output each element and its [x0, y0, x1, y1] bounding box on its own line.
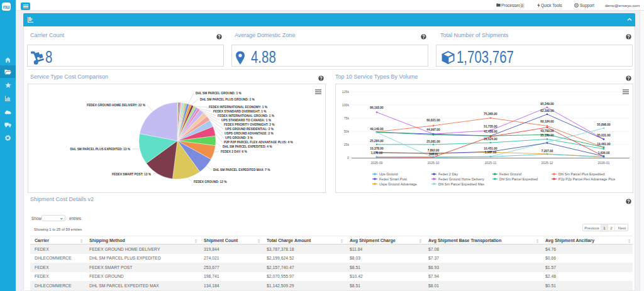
svg-text:100k: 100k — [342, 103, 350, 107]
svg-text:2025-11: 2025-11 — [485, 161, 497, 165]
svg-text:25,081.00: 25,081.00 — [426, 140, 440, 143]
svg-text:DHL SM PARCEL EXPEDITED: 4 %: DHL SM PARCEL EXPEDITED: 4 % — [223, 145, 272, 148]
svg-text:35,199.00: 35,199.00 — [540, 134, 554, 137]
svg-text:FEDEX 2 DAY: 6 %: FEDEX 2 DAY: 6 % — [221, 150, 248, 153]
svg-text:75k: 75k — [344, 116, 350, 120]
svg-text:FEDEX INTERNATIONAL GROUND: 1: FEDEX INTERNATIONAL GROUND: 1 % — [218, 114, 275, 118]
svg-text:49,140.00: 49,140.00 — [370, 128, 384, 131]
svg-text:Fedex 2 Day: Fedex 2 Day — [438, 172, 458, 176]
svg-text:86,193.00: 86,193.00 — [370, 106, 384, 109]
svg-text:P2P P2P PARCEL FLEX ADVANTAGE: P2P P2P PARCEL FLEX ADVANTAGE PLUS: 4 % — [224, 141, 293, 144]
svg-text:2025-10: 2025-10 — [427, 161, 439, 165]
svg-text:7,892.00: 7,892.00 — [428, 149, 440, 152]
svg-text:Fedex Ground: Fedex Ground — [499, 172, 521, 176]
svg-text:1,967.00: 1,967.00 — [485, 151, 497, 154]
svg-text:44,997.00: 44,997.00 — [426, 128, 440, 131]
svg-text:Ups Ground: Ups Ground — [379, 172, 398, 176]
svg-text:FEDEX STANDARD OVERNIGHT: 1 %: FEDEX STANDARD OVERNIGHT: 1 % — [213, 110, 267, 113]
svg-text:DHL SM PARCEL PLUS GROUND: 1 %: DHL SM PARCEL PLUS GROUND: 1 % — [200, 98, 255, 101]
svg-text:19,461.00: 19,461.00 — [597, 143, 611, 146]
svg-text:DHL SM PARCEL EXPEDITED MAX: 7: DHL SM PARCEL EXPEDITED MAX: 7 % — [213, 168, 270, 172]
svg-text:41,458.00: 41,458.00 — [484, 130, 497, 133]
svg-text:Usps Ground Advantage: Usps Ground Advantage — [379, 182, 417, 186]
svg-text:399.00: 399.00 — [429, 153, 438, 156]
svg-text:FEDEX SMART POST: 13 %: FEDEX SMART POST: 13 % — [112, 173, 152, 176]
svg-text:25k: 25k — [344, 143, 350, 146]
svg-text:60,821.00: 60,821.00 — [426, 119, 440, 122]
svg-text:43,783.00: 43,783.00 — [540, 129, 554, 133]
svg-text:82,390.00: 82,390.00 — [540, 109, 554, 113]
svg-text:50k: 50k — [344, 129, 350, 133]
svg-text:P2p P2p Parcel Flex Advantage: P2p P2p Parcel Flex Advantage Plus — [558, 177, 615, 181]
svg-text:Fedex Ground Home Delivery: Fedex Ground Home Delivery — [438, 177, 484, 181]
svg-text:Dhl Sm Parcel Plus Expedited: Dhl Sm Parcel Plus Expedited — [558, 172, 604, 176]
svg-text:95,349.00: 95,349.00 — [540, 102, 554, 106]
svg-text:55,898.00: 55,898.00 — [597, 123, 611, 126]
svg-text:FEDEX GROUND HOME DELIVERY: 22: FEDEX GROUND HOME DELIVERY: 22 % — [87, 104, 146, 107]
svg-text:7,207.00: 7,207.00 — [541, 150, 553, 153]
svg-text:75,365.00: 75,365.00 — [484, 113, 497, 116]
svg-text:Dhl Sm Parcel Expedited: Dhl Sm Parcel Expedited — [499, 177, 538, 181]
svg-text:0: 0 — [347, 156, 349, 160]
svg-text:UPS GROUND: 3 %: UPS GROUND: 3 % — [225, 136, 253, 140]
svg-text:Fedex Smart Post: Fedex Smart Post — [379, 177, 407, 181]
svg-text:1,636.00: 1,636.00 — [598, 151, 610, 155]
svg-text:60,184.00: 60,184.00 — [540, 120, 554, 123]
svg-text:35,031.00: 35,031.00 — [597, 134, 611, 137]
svg-text:28,624.00: 28,624.00 — [484, 138, 497, 141]
svg-text:2026-01: 2026-01 — [597, 161, 609, 165]
svg-text:DHL SM PARCEL GROUND: 1 %: DHL SM PARCEL GROUND: 1 % — [196, 92, 242, 95]
svg-text:Dhl Sm Parcel Expedited Max: Dhl Sm Parcel Expedited Max — [438, 182, 484, 186]
svg-text:2025-09: 2025-09 — [370, 161, 382, 165]
svg-text:UPS GROUND RESIDENTIAL: 2 %: UPS GROUND RESIDENTIAL: 2 % — [225, 128, 274, 131]
svg-text:125k: 125k — [342, 90, 350, 94]
svg-text:FEDEX PRIORITY OVERNIGHT: 2 %: FEDEX PRIORITY OVERNIGHT: 2 % — [224, 123, 275, 126]
svg-text:USPS GROUND ADVANTAGE: 2 %: USPS GROUND ADVANTAGE: 2 % — [225, 132, 274, 135]
svg-text:FEDEX INTERNATIONAL ECONOMY: 1: FEDEX INTERNATIONAL ECONOMY: 1 % — [209, 106, 268, 109]
svg-text:51,735.00: 51,735.00 — [484, 125, 497, 128]
svg-text:FEDEX GROUND: 12 %: FEDEX GROUND: 12 % — [194, 180, 227, 184]
svg-text:2025-12: 2025-12 — [541, 161, 553, 165]
svg-text:DHL SM PARCEL PLUS EXPEDITED:: DHL SM PARCEL PLUS EXPEDITED: 13 % — [70, 148, 131, 151]
svg-text:UPS STANDARD TO CANADA: 1 %: UPS STANDARD TO CANADA: 1 % — [221, 119, 272, 122]
svg-text:1,071.00: 1,071.00 — [371, 151, 383, 155]
svg-text:25,284.00: 25,284.00 — [370, 140, 384, 143]
svg-text:10,451.00: 10,451.00 — [484, 147, 497, 150]
svg-text:10,378.00: 10,378.00 — [370, 147, 384, 150]
